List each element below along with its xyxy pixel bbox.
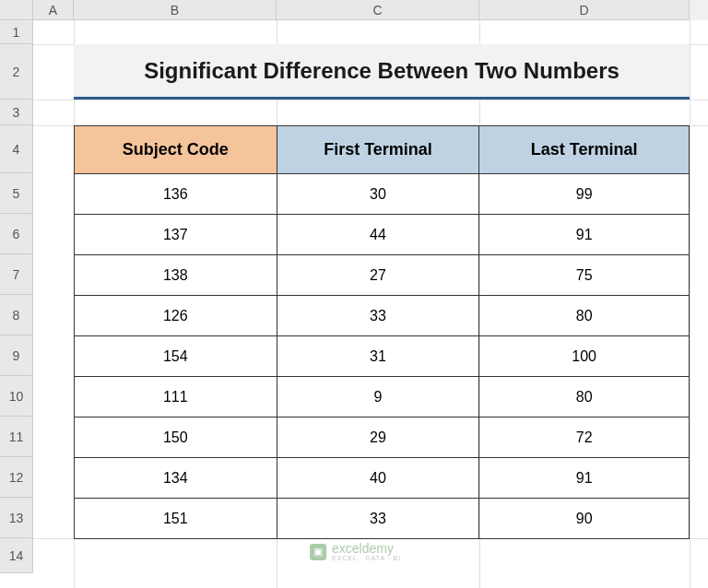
row-header-7[interactable]: 7 (0, 254, 33, 295)
page-title[interactable]: Significant Difference Between Two Numbe… (74, 44, 690, 100)
row-header-14[interactable]: 14 (0, 538, 33, 573)
watermark-icon: ▣ (310, 544, 326, 560)
table-row: 137 44 91 (75, 215, 690, 255)
cell-subject[interactable]: 136 (75, 174, 277, 215)
row-header-8[interactable]: 8 (0, 295, 33, 335)
row-header-3[interactable]: 3 (0, 100, 33, 125)
cell-subject[interactable]: 126 (75, 296, 277, 336)
row-header-11[interactable]: 11 (0, 417, 33, 457)
row-header-1[interactable]: 1 (0, 20, 33, 44)
cell-first[interactable]: 44 (277, 215, 479, 255)
col-header-A[interactable]: A (33, 0, 74, 20)
row-header-5[interactable]: 5 (0, 173, 33, 214)
col-header-B[interactable]: B (74, 0, 277, 20)
cell-subject[interactable]: 151 (75, 499, 277, 539)
table-row: 136 30 99 (75, 174, 690, 215)
cell-subject[interactable]: 150 (75, 417, 277, 458)
cell-last[interactable]: 90 (479, 499, 690, 539)
col-header-D[interactable]: D (479, 0, 690, 20)
cell-last[interactable]: 91 (479, 215, 690, 255)
watermark-sub: EXCEL · DATA · BI (332, 555, 401, 561)
table-row: 151 33 90 (75, 499, 690, 539)
cell-first[interactable]: 29 (277, 417, 479, 458)
cell-last[interactable]: 100 (479, 336, 690, 377)
table-row: 126 33 80 (75, 296, 690, 336)
watermark-brand: exceldemy (332, 542, 401, 555)
row-header-4[interactable]: 4 (0, 125, 33, 173)
cell-first[interactable]: 9 (277, 377, 479, 417)
cell-subject[interactable]: 138 (75, 255, 277, 296)
cell-first[interactable]: 40 (277, 458, 479, 499)
table-row: 134 40 91 (75, 458, 690, 499)
select-all-corner[interactable] (0, 0, 33, 20)
header-first-terminal[interactable]: First Terminal (277, 126, 479, 174)
table-header-row: Subject Code First Terminal Last Termina… (75, 126, 690, 174)
row-header-10[interactable]: 10 (0, 376, 33, 417)
cell-last[interactable]: 99 (479, 174, 690, 215)
row-headers-column: 1 2 3 4 5 6 7 8 9 10 11 12 13 14 (0, 20, 33, 588)
table-row: 138 27 75 (75, 255, 690, 296)
cell-subject[interactable]: 134 (75, 458, 277, 499)
cell-first[interactable]: 33 (277, 296, 479, 336)
cell-first[interactable]: 31 (277, 336, 479, 377)
table-row: 111 9 80 (75, 377, 690, 417)
cell-last[interactable]: 75 (479, 255, 690, 296)
data-table: Subject Code First Terminal Last Termina… (74, 125, 690, 539)
row-header-13[interactable]: 13 (0, 498, 33, 538)
cell-first[interactable]: 27 (277, 255, 479, 296)
cell-first[interactable]: 30 (277, 174, 479, 215)
row-header-6[interactable]: 6 (0, 214, 33, 254)
spreadsheet-grid: A B C D 1 2 3 4 5 6 7 8 9 10 11 12 13 14 (0, 0, 708, 588)
col-header-C[interactable]: C (277, 0, 479, 20)
row-header-12[interactable]: 12 (0, 457, 33, 498)
cell-subject[interactable]: 154 (75, 336, 277, 377)
header-last-terminal[interactable]: Last Terminal (479, 126, 690, 174)
cell-last[interactable]: 80 (479, 296, 690, 336)
cell-last[interactable]: 80 (479, 377, 690, 417)
table-row: 150 29 72 (75, 417, 690, 458)
cell-first[interactable]: 33 (277, 499, 479, 539)
cell-last[interactable]: 91 (479, 458, 690, 499)
watermark: ▣ exceldemy EXCEL · DATA · BI (310, 542, 401, 561)
cell-subject[interactable]: 137 (75, 215, 277, 255)
cells-area[interactable]: Significant Difference Between Two Numbe… (33, 20, 708, 588)
header-subject-code[interactable]: Subject Code (75, 126, 277, 174)
table-row: 154 31 100 (75, 336, 690, 377)
row-header-9[interactable]: 9 (0, 335, 33, 376)
cell-subject[interactable]: 111 (75, 377, 277, 417)
cell-last[interactable]: 72 (479, 417, 690, 458)
row-header-2[interactable]: 2 (0, 44, 33, 100)
column-headers-row: A B C D (0, 0, 708, 20)
